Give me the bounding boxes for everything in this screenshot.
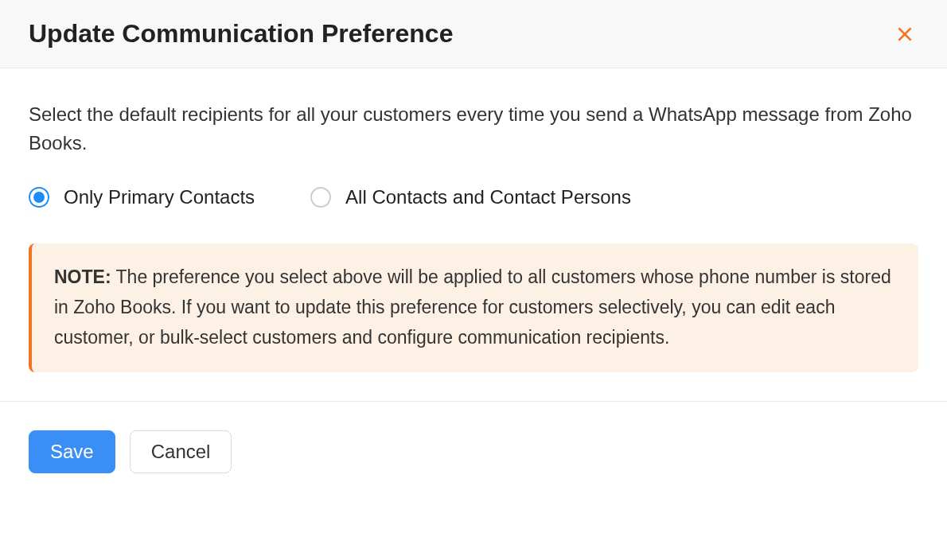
modal-body: Select the default recipients for all yo… <box>0 68 947 401</box>
description-text: Select the default recipients for all yo… <box>29 100 918 158</box>
save-button[interactable]: Save <box>29 430 115 473</box>
modal-header: Update Communication Preference <box>0 0 947 68</box>
radio-label-primary: Only Primary Contacts <box>64 186 255 208</box>
radio-icon <box>310 187 331 208</box>
close-button[interactable] <box>891 21 918 48</box>
radio-icon <box>29 187 49 208</box>
close-icon <box>894 24 915 45</box>
cancel-button[interactable]: Cancel <box>130 430 232 473</box>
radio-option-all[interactable]: All Contacts and Contact Persons <box>310 186 631 208</box>
note-box: NOTE: The preference you select above wi… <box>29 243 918 372</box>
note-text: NOTE: The preference you select above wi… <box>54 262 896 353</box>
recipient-radio-group: Only Primary Contacts All Contacts and C… <box>29 186 918 208</box>
note-label: NOTE: <box>54 266 111 287</box>
radio-dot-icon <box>33 192 45 203</box>
radio-option-primary[interactable]: Only Primary Contacts <box>29 186 255 208</box>
modal-dialog: Update Communication Preference Select t… <box>0 0 947 502</box>
note-body: The preference you select above will be … <box>54 266 891 348</box>
modal-footer: Save Cancel <box>0 401 947 502</box>
modal-title: Update Communication Preference <box>29 19 453 49</box>
radio-label-all: All Contacts and Contact Persons <box>345 186 631 208</box>
